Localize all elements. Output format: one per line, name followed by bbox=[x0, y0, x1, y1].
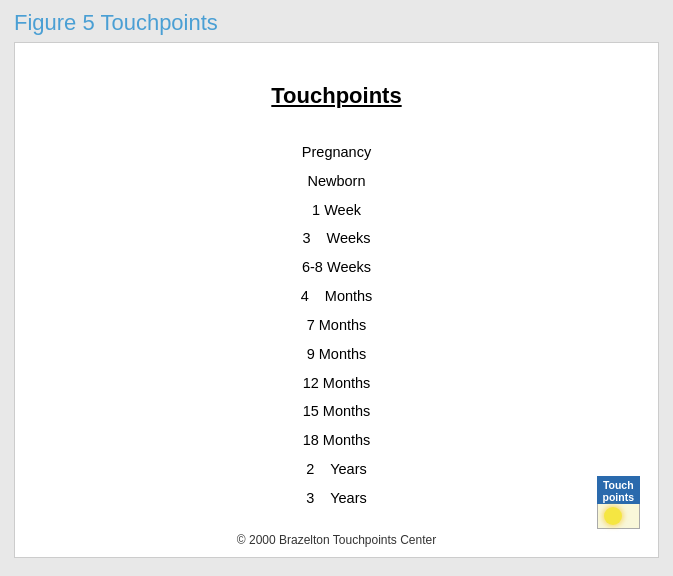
footer-text: © 2000 Brazelton Touchpoints Center bbox=[237, 533, 436, 547]
list-item: 18 Months bbox=[277, 427, 397, 454]
list-item: 3 Weeks bbox=[277, 225, 397, 252]
list-item: 2 Years bbox=[277, 456, 397, 483]
figure-container: Touchpoints Pregnancy Newborn 1 Week 3 W… bbox=[14, 42, 659, 558]
list-item: 12 Months bbox=[277, 370, 397, 397]
list-item: Newborn bbox=[277, 168, 397, 195]
list-item: 7 Months bbox=[277, 312, 397, 339]
page-title: Figure 5 Touchpoints bbox=[0, 0, 673, 42]
card-heading: Touchpoints bbox=[271, 83, 401, 109]
list-item: 1 Week bbox=[277, 197, 397, 224]
list-item: 6-8 Weeks bbox=[277, 254, 397, 281]
list-item: Pregnancy bbox=[277, 139, 397, 166]
sun-icon bbox=[604, 507, 622, 525]
logo-text-top: Touchpoints bbox=[597, 476, 641, 504]
logo: Touchpoints bbox=[597, 476, 641, 529]
list-item: 15 Months bbox=[277, 398, 397, 425]
list-item: 9 Months bbox=[277, 341, 397, 368]
footer: © 2000 Brazelton Touchpoints Center bbox=[15, 525, 658, 557]
list-item: 4 Months bbox=[277, 283, 397, 310]
list-item: 3 Years bbox=[277, 485, 397, 512]
content-area: Touchpoints Pregnancy Newborn 1 Week 3 W… bbox=[15, 43, 658, 525]
touchpoints-list: Pregnancy Newborn 1 Week 3 Weeks 6-8 Wee… bbox=[277, 139, 397, 512]
